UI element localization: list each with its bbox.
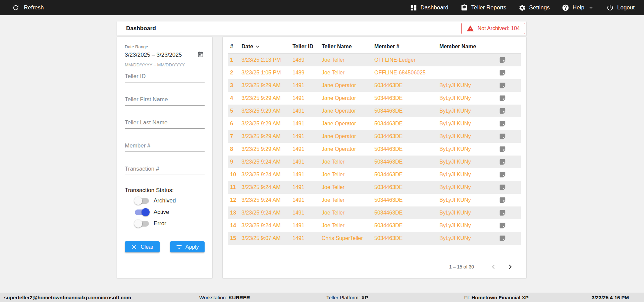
refresh-icon <box>12 4 19 11</box>
note-icon[interactable] <box>499 222 506 229</box>
nav-dashboard[interactable]: Dashboard <box>410 4 448 11</box>
toggle-error[interactable]: Error <box>125 219 205 228</box>
row-notes-cell <box>499 235 521 242</box>
row-num: 6 <box>230 121 241 127</box>
table-row[interactable]: 133/23/25 9:24 AM1491Joe Teller5034463DE… <box>228 206 521 219</box>
transaction-number-input[interactable] <box>125 164 205 175</box>
nav-teller-reports[interactable]: Teller Reports <box>461 4 506 11</box>
row-notes-cell <box>499 145 521 153</box>
teller-id-input[interactable] <box>125 71 205 82</box>
note-icon[interactable] <box>499 235 506 242</box>
next-page-button[interactable] <box>505 261 516 272</box>
row-member-num: OFFLINE-Ledger <box>374 57 439 63</box>
note-icon[interactable] <box>499 82 506 89</box>
table-row[interactable]: 53/23/25 9:29 AM1491Jane Operator5034463… <box>228 105 521 117</box>
note-icon[interactable] <box>499 184 506 191</box>
toggle-switch-active[interactable] <box>135 209 149 215</box>
note-icon[interactable] <box>499 69 506 76</box>
note-icon[interactable] <box>499 145 506 153</box>
table-row[interactable]: 43/23/25 9:29 AM1491Jane Operator5034463… <box>228 92 521 105</box>
col-label: Date <box>241 44 253 50</box>
not-archived-badge[interactable]: Not Archived: 104 <box>461 23 525 34</box>
apply-button[interactable]: Apply <box>170 241 205 252</box>
row-date: 3/23/25 9:29 AM <box>241 82 292 88</box>
toggle-switch-archived[interactable] <box>135 198 149 204</box>
member-number-input[interactable] <box>125 141 205 152</box>
row-member-num: 5034463DE <box>374 184 439 190</box>
note-icon[interactable] <box>499 133 506 140</box>
table-row[interactable]: 83/23/25 9:29 AM1491Jane Operator5034463… <box>228 143 521 156</box>
toggle-archived[interactable]: Archived <box>125 196 205 205</box>
teller-first-name-input-field <box>125 95 205 106</box>
note-icon[interactable] <box>499 158 506 166</box>
col-member[interactable]: Member # <box>374 44 439 50</box>
table-header: #DateTeller IDTeller NameMember #Member … <box>228 40 521 54</box>
clear-button[interactable]: Clear <box>125 241 160 252</box>
row-member-num: 5034463DE <box>374 146 439 152</box>
nav-help[interactable]: Help <box>562 4 594 11</box>
toggle-label: Active <box>154 209 169 216</box>
row-date: 3/23/25 9:29 AM <box>241 146 292 152</box>
table-row[interactable]: 23/23/25 1:05 PM1489Joe TellerOFFLINE-68… <box>228 66 521 79</box>
note-icon[interactable] <box>499 196 506 204</box>
row-teller-id: 1489 <box>292 70 322 76</box>
row-teller-id: 1491 <box>292 159 322 165</box>
row-member-name: ByLyJI KUNy <box>439 121 499 127</box>
col-teller-name[interactable]: Teller Name <box>322 44 374 50</box>
row-notes-cell <box>499 133 521 140</box>
row-date: 3/23/25 9:24 AM <box>241 184 292 190</box>
prev-page-button[interactable] <box>488 261 499 272</box>
table-row[interactable]: 113/23/25 9:24 AM1491Joe Teller5034463DE… <box>228 181 521 194</box>
topbar-nav: DashboardTeller ReportsSettingsHelpLogou… <box>410 4 635 11</box>
toggle-switch-error[interactable] <box>135 221 149 227</box>
nav-logout[interactable]: Logout <box>606 4 635 11</box>
refresh-button[interactable]: Refresh <box>12 4 44 11</box>
note-icon[interactable] <box>499 56 506 64</box>
settings-icon <box>519 4 526 11</box>
platform-value: XP <box>361 295 368 300</box>
note-icon[interactable] <box>499 171 506 178</box>
col-num[interactable]: # <box>230 44 241 50</box>
teller-last-name-input[interactable] <box>125 118 205 129</box>
row-notes-cell <box>499 171 521 178</box>
toggle-thumb <box>134 220 142 228</box>
row-teller-id: 1489 <box>292 57 322 63</box>
col-date[interactable]: Date <box>241 43 292 50</box>
row-member-num: 5034463DE <box>374 82 439 88</box>
row-member-name: ByLyJI KUNy <box>439 172 499 178</box>
table-row[interactable]: 153/23/25 9:07 AM1491Chris SuperTeller50… <box>228 232 521 245</box>
row-teller-id: 1491 <box>292 133 322 139</box>
table-row[interactable]: 33/23/25 9:29 AM1491Jane Operator5034463… <box>228 79 521 92</box>
toggle-active[interactable]: Active <box>125 208 205 217</box>
table-row[interactable]: 143/23/25 9:24 AM1491Joe Teller5034463DE… <box>228 219 521 232</box>
table-row[interactable]: 73/23/25 9:29 AM1491Jane Operator5034463… <box>228 130 521 143</box>
row-teller-name: Jane Operator <box>322 146 374 152</box>
row-teller-id: 1491 <box>292 210 322 216</box>
nav-label: Settings <box>529 4 550 11</box>
note-icon[interactable] <box>499 107 506 115</box>
calendar-icon[interactable] <box>197 51 204 58</box>
note-icon[interactable] <box>499 120 506 127</box>
note-icon[interactable] <box>499 95 506 102</box>
col-member-name[interactable]: Member Name <box>439 44 499 50</box>
table-row[interactable]: 63/23/25 9:29 AM1491Jane Operator5034463… <box>228 117 521 130</box>
col-teller-id[interactable]: Teller ID <box>292 44 322 50</box>
nav-settings[interactable]: Settings <box>519 4 550 11</box>
row-num: 2 <box>230 70 241 76</box>
row-notes-cell <box>499 82 521 89</box>
row-member-name: ByLyJI KUNy <box>439 108 499 114</box>
chevron-down-icon <box>588 4 594 11</box>
row-teller-name: Joe Teller <box>322 172 374 178</box>
table-row[interactable]: 123/23/25 9:24 AM1491Joe Teller5034463DE… <box>228 194 521 206</box>
table-row[interactable]: 103/23/25 9:24 AM1491Joe Teller5034463DE… <box>228 168 521 181</box>
teller-first-name-input[interactable] <box>125 95 205 106</box>
date-range-input[interactable] <box>125 50 205 61</box>
table-row[interactable]: 13/23/25 2:13 PM1489Joe TellerOFFLINE-Le… <box>228 54 521 66</box>
workstation-label: Workstation: <box>199 295 227 300</box>
financial-institution: FI: Hometown Financial XP <box>464 295 529 300</box>
note-icon[interactable] <box>499 209 506 217</box>
row-teller-id: 1491 <box>292 121 322 127</box>
nav-label: Teller Reports <box>471 4 506 11</box>
table-row[interactable]: 93/23/25 9:24 AM1491Joe Teller5034463DEB… <box>228 156 521 168</box>
row-date: 3/23/25 9:29 AM <box>241 95 292 101</box>
